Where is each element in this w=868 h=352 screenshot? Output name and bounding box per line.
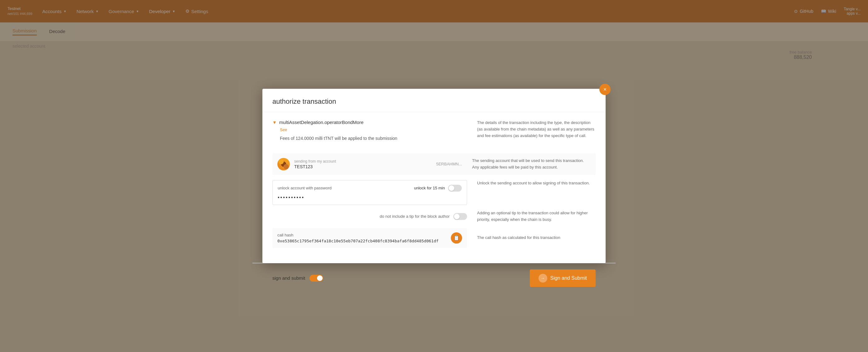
tip-toggle[interactable] xyxy=(453,213,467,220)
password-description: Unlock the sending account to allow sign… xyxy=(477,180,596,205)
unlock-timer-label: unlock for 15 min xyxy=(414,186,445,190)
modal-body: ▼ multiAssetDelegation.operatorBondMore … xyxy=(262,112,606,263)
call-hash-row: call hash 0xe53865c1795ef364fa18c10e55eb… xyxy=(272,228,596,248)
modal-header: authorize transaction xyxy=(262,89,606,112)
sign-and-submit-button[interactable]: → Sign and Submit xyxy=(530,270,596,287)
account-description: The sending account that will be used to… xyxy=(472,157,591,171)
modal-overlay: × authorize transaction ▼ multiAssetDele… xyxy=(0,0,868,352)
copy-hash-button[interactable]: 📋 xyxy=(451,233,462,244)
unlock-timer: unlock for 15 min xyxy=(414,185,462,191)
unlock-timer-toggle[interactable] xyxy=(448,185,462,191)
account-address: 5ERBAHMN... xyxy=(436,162,462,166)
hash-description: The call hash as calculated for this tra… xyxy=(477,235,596,241)
tip-row: do not include a tip for the block autho… xyxy=(272,210,596,223)
account-left: sending from my account TEST123 5ERBAHMN… xyxy=(277,158,462,170)
hash-value: 0xe53865c1795ef364fa18c10e55eb707a22fcb4… xyxy=(277,239,447,243)
password-label: unlock account with password xyxy=(278,186,332,190)
avatar xyxy=(277,158,290,170)
password-header: unlock account with password unlock for … xyxy=(278,185,462,191)
password-row: unlock account with password unlock for … xyxy=(272,180,596,205)
hash-left: call hash 0xe53865c1795ef364fa18c10e55eb… xyxy=(272,228,467,248)
account-name: TEST123 xyxy=(294,164,432,169)
authorize-modal: × authorize transaction ▼ multiAssetDele… xyxy=(262,89,606,263)
tx-method-row: ▼ multiAssetDelegation.operatorBondMore xyxy=(272,119,467,125)
modal-footer: sign and submit → Sign and Submit xyxy=(262,263,606,293)
tip-left: do not include a tip for the block autho… xyxy=(272,210,467,223)
account-label: sending from my account xyxy=(294,159,432,164)
sign-submit-toggle[interactable] xyxy=(310,275,323,282)
footer-right: → Sign and Submit xyxy=(530,270,596,287)
password-input[interactable] xyxy=(278,195,462,200)
account-info: sending from my account TEST123 xyxy=(294,159,432,169)
close-icon: × xyxy=(603,86,607,93)
password-box: unlock account with password unlock for … xyxy=(272,180,467,205)
hash-info: call hash 0xe53865c1795ef364fa18c10e55eb… xyxy=(277,233,447,243)
modal-title: authorize transaction xyxy=(272,98,596,106)
account-row: sending from my account TEST123 5ERBAHMN… xyxy=(272,153,596,175)
sign-submit-icon: → xyxy=(538,274,547,283)
tx-description: The details of the transaction including… xyxy=(477,119,596,147)
tx-left-panel: ▼ multiAssetDelegation.operatorBondMore … xyxy=(272,119,467,147)
tip-description: Adding an optional tip to the transactio… xyxy=(477,210,596,223)
footer-left: sign and submit xyxy=(272,275,323,282)
tx-fees: Fees of 124.0000 milli tTNT will be appl… xyxy=(280,136,467,141)
tip-label: do not include a tip for the block autho… xyxy=(380,214,450,219)
copy-icon: 📋 xyxy=(453,235,460,241)
hash-label: call hash xyxy=(277,233,447,237)
expand-icon: ▼ xyxy=(272,120,277,125)
transaction-info-row: ▼ multiAssetDelegation.operatorBondMore … xyxy=(272,119,596,147)
password-left: unlock account with password unlock for … xyxy=(272,180,467,205)
modal-close-button[interactable]: × xyxy=(599,84,611,95)
sign-submit-button-label: Sign and Submit xyxy=(550,275,587,281)
sign-submit-label: sign and submit xyxy=(272,275,305,281)
tx-method-name: multiAssetDelegation.operatorBondMore xyxy=(279,119,364,125)
tx-see-link[interactable]: See xyxy=(280,128,467,132)
